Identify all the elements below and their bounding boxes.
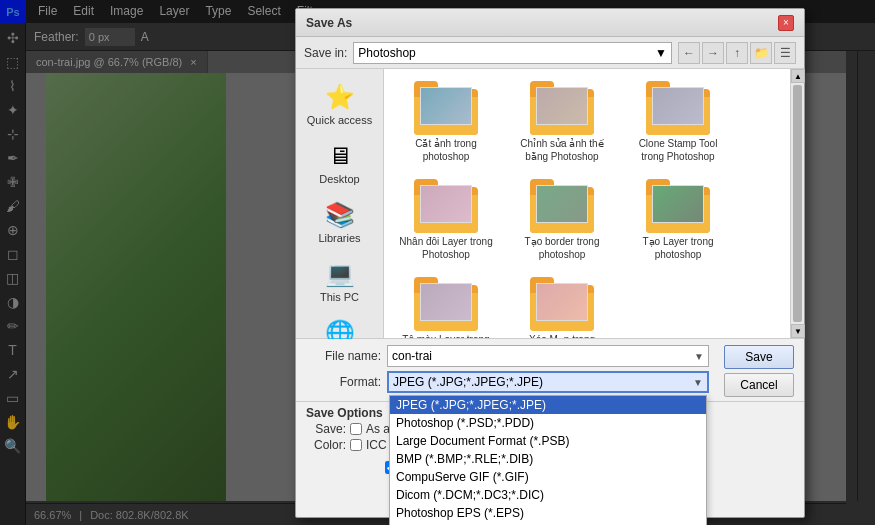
folder-item-2[interactable]: Clone Stamp Tool trong Photoshop [624, 77, 732, 167]
folder-icon-3 [414, 179, 478, 233]
folder-name-1: Chỉnh sửa ảnh thế bằng Photoshop [512, 137, 612, 163]
format-option-eps[interactable]: Photoshop EPS (*.EPS) [390, 504, 706, 522]
folder-name-7: Xóa Mụn trong Photoshop [512, 333, 612, 338]
nav-desktop[interactable]: 🖥 Desktop [300, 136, 380, 191]
save-button[interactable]: Save [724, 345, 794, 369]
folder-name-3: Nhân đôi Layer trong Photoshop [396, 235, 496, 261]
folder-item-4[interactable]: Tạo border trong photoshop [508, 175, 616, 265]
new-folder-button[interactable]: 📁 [750, 42, 772, 64]
quick-access-icon: ⭐ [325, 83, 355, 111]
folder-item-5[interactable]: Tạo Layer trong photoshop [624, 175, 732, 265]
nav-quick-access-label: Quick access [307, 114, 372, 126]
scroll-up-button[interactable]: ▲ [791, 69, 805, 83]
file-area: Cắt ảnh trong photoshop Chỉnh sửa ảnh th… [384, 69, 790, 338]
dialog-titlebar: Save As × [296, 9, 804, 37]
nav-desktop-label: Desktop [319, 173, 359, 185]
format-option-jpeg[interactable]: JPEG (*.JPG;*.JPEG;*.JPE) [390, 396, 706, 414]
format-option-dicom[interactable]: Dicom (*.DCM;*.DC3;*.DIC) [390, 486, 706, 504]
nav-libraries[interactable]: 📚 Libraries [300, 195, 380, 250]
nav-quick-access[interactable]: ⭐ Quick access [300, 77, 380, 132]
folder-icon-5 [646, 179, 710, 233]
format-option-psb[interactable]: Large Document Format (*.PSB) [390, 432, 706, 450]
dialog-body: ⭐ Quick access 🖥 Desktop 📚 Libraries 💻 T… [296, 69, 804, 339]
color-row-label: Color: [306, 438, 346, 452]
format-label: Format: [306, 375, 381, 389]
folder-name-4: Tạo border trong photoshop [512, 235, 612, 261]
file-name-input[interactable] [392, 349, 694, 363]
dialog-bottom-form: Save Cancel File name: ▼ Format: JPEG (*… [296, 339, 804, 402]
scroll-thumb[interactable] [793, 85, 802, 322]
folder-item-7[interactable]: Xóa Mụn trong Photoshop [508, 273, 616, 338]
folder-icon-6 [414, 277, 478, 331]
folder-name-5: Tạo Layer trong photoshop [628, 235, 728, 261]
format-arrow-icon: ▼ [693, 377, 703, 388]
folder-item-0[interactable]: Cắt ảnh trong photoshop [392, 77, 500, 167]
folder-item-1[interactable]: Chỉnh sửa ảnh thế bằng Photoshop [508, 77, 616, 167]
folder-icon-4 [530, 179, 594, 233]
libraries-icon: 📚 [325, 201, 355, 229]
file-name-input-wrapper[interactable]: ▼ [387, 345, 709, 367]
file-name-label: File name: [306, 349, 381, 363]
format-dropdown[interactable]: JPEG (*.JPG;*.JPEG;*.JPE) ▼ JPEG (*.JPG;… [387, 371, 709, 393]
save-in-bar: Save in: Photoshop ▼ ← → ↑ 📁 ☰ [296, 37, 804, 69]
format-option-psd[interactable]: Photoshop (*.PSD;*.PDD) [390, 414, 706, 432]
folder-icon-0 [414, 81, 478, 135]
file-area-scrollbar[interactable]: ▲ ▼ [790, 69, 804, 338]
nav-libraries-label: Libraries [318, 232, 360, 244]
file-name-dropdown-icon: ▼ [694, 351, 704, 362]
dialog-close-button[interactable]: × [778, 15, 794, 31]
format-list: JPEG (*.JPG;*.JPEG;*.JPE) Photoshop (*.P… [389, 395, 707, 525]
folder-item-6[interactable]: Tô màu Layer trong Photoshop [392, 273, 500, 338]
save-in-value: Photoshop [358, 46, 415, 60]
nav-this-pc[interactable]: 💻 This PC [300, 254, 380, 309]
folder-icon-2 [646, 81, 710, 135]
nav-this-pc-label: This PC [320, 291, 359, 303]
folder-name-0: Cắt ảnh trong photoshop [396, 137, 496, 163]
nav-up-button[interactable]: ↑ [726, 42, 748, 64]
as-copy-checkbox[interactable] [350, 423, 362, 435]
scroll-down-button[interactable]: ▼ [791, 324, 805, 338]
folder-name-6: Tô màu Layer trong Photoshop [396, 333, 496, 338]
color-checkbox[interactable] [350, 439, 362, 451]
this-pc-icon: 💻 [325, 260, 355, 288]
folder-item-3[interactable]: Nhân đôi Layer trong Photoshop [392, 175, 500, 265]
save-row-label: Save: [306, 422, 346, 436]
save-in-arrow-icon: ▼ [655, 46, 667, 60]
format-option-gif[interactable]: CompuServe GIF (*.GIF) [390, 468, 706, 486]
folder-icon-1 [530, 81, 594, 135]
folder-icon-7 [530, 277, 594, 331]
views-button[interactable]: ☰ [774, 42, 796, 64]
dialog-title: Save As [306, 16, 352, 30]
nav-back-button[interactable]: ← [678, 42, 700, 64]
save-as-dialog: Save As × Save in: Photoshop ▼ ← → ↑ 📁 ☰ [295, 8, 805, 518]
save-in-label: Save in: [304, 46, 347, 60]
nav-panel: ⭐ Quick access 🖥 Desktop 📚 Libraries 💻 T… [296, 69, 384, 338]
format-option-bmp[interactable]: BMP (*.BMP;*.RLE;*.DIB) [390, 450, 706, 468]
save-in-dropdown[interactable]: Photoshop ▼ [353, 42, 672, 64]
format-row: Format: JPEG (*.JPG;*.JPEG;*.JPE) ▼ JPEG… [306, 371, 794, 393]
desktop-icon: 🖥 [328, 142, 352, 170]
toolbar-icons: ← → ↑ 📁 ☰ [678, 42, 796, 64]
dialog-overlay: Save As × Save in: Photoshop ▼ ← → ↑ 📁 ☰ [0, 0, 875, 525]
file-name-row: File name: ▼ [306, 345, 794, 367]
nav-forward-button[interactable]: → [702, 42, 724, 64]
format-selected-value: JPEG (*.JPG;*.JPEG;*.JPE) [393, 375, 543, 389]
folder-name-2: Clone Stamp Tool trong Photoshop [628, 137, 728, 163]
